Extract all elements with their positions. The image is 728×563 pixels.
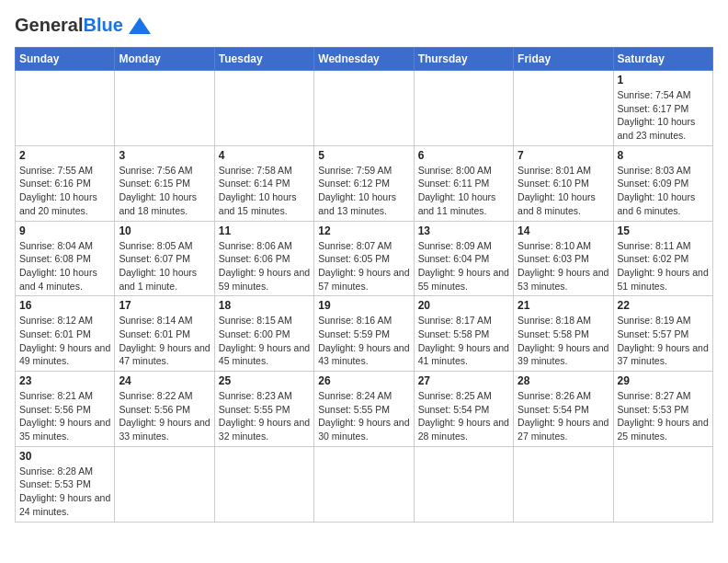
weekday-header-thursday: Thursday: [414, 48, 513, 71]
day-number: 29: [618, 374, 709, 387]
calendar-cell: [115, 71, 214, 146]
calendar-cell: 6Sunrise: 8:00 AM Sunset: 6:11 PM Daylig…: [414, 145, 513, 221]
day-info: Sunrise: 8:09 AM Sunset: 6:04 PM Dayligh…: [418, 239, 509, 293]
calendar-cell: [314, 71, 414, 146]
calendar-cell: [314, 446, 414, 522]
day-info: Sunrise: 8:12 AM Sunset: 6:01 PM Dayligh…: [19, 314, 110, 368]
day-info: Sunrise: 8:23 AM Sunset: 5:55 PM Dayligh…: [219, 389, 310, 443]
calendar-cell: 14Sunrise: 8:10 AM Sunset: 6:03 PM Dayli…: [514, 221, 613, 296]
logo-text: GeneralBlue: [15, 15, 123, 36]
day-info: Sunrise: 8:07 AM Sunset: 6:05 PM Dayligh…: [318, 239, 409, 293]
day-info: Sunrise: 8:18 AM Sunset: 5:58 PM Dayligh…: [518, 314, 609, 368]
calendar-cell: 10Sunrise: 8:05 AM Sunset: 6:07 PM Dayli…: [115, 221, 214, 296]
day-info: Sunrise: 8:25 AM Sunset: 5:54 PM Dayligh…: [418, 389, 509, 443]
day-number: 19: [318, 299, 409, 312]
calendar-cell: 7Sunrise: 8:01 AM Sunset: 6:10 PM Daylig…: [514, 145, 613, 221]
calendar-cell: 20Sunrise: 8:17 AM Sunset: 5:58 PM Dayli…: [414, 296, 513, 372]
day-number: 15: [618, 224, 709, 237]
calendar-cell: [514, 71, 613, 146]
day-info: Sunrise: 8:15 AM Sunset: 6:00 PM Dayligh…: [219, 314, 310, 368]
calendar-cell: 13Sunrise: 8:09 AM Sunset: 6:04 PM Dayli…: [414, 221, 513, 296]
calendar-cell: [613, 446, 712, 522]
day-info: Sunrise: 8:24 AM Sunset: 5:55 PM Dayligh…: [318, 389, 409, 443]
day-number: 6: [418, 149, 509, 162]
day-number: 10: [119, 224, 210, 237]
calendar-cell: 29Sunrise: 8:27 AM Sunset: 5:53 PM Dayli…: [613, 372, 712, 447]
calendar-week-row: 9Sunrise: 8:04 AM Sunset: 6:08 PM Daylig…: [16, 221, 713, 296]
day-number: 28: [518, 374, 609, 387]
calendar-cell: 2Sunrise: 7:55 AM Sunset: 6:16 PM Daylig…: [16, 145, 115, 221]
day-info: Sunrise: 8:19 AM Sunset: 5:57 PM Dayligh…: [618, 314, 709, 368]
day-info: Sunrise: 7:59 AM Sunset: 6:12 PM Dayligh…: [318, 164, 409, 218]
day-number: 26: [318, 374, 409, 387]
calendar-cell: 25Sunrise: 8:23 AM Sunset: 5:55 PM Dayli…: [214, 372, 313, 447]
day-info: Sunrise: 8:05 AM Sunset: 6:07 PM Dayligh…: [119, 239, 210, 293]
calendar-cell: 17Sunrise: 8:14 AM Sunset: 6:01 PM Dayli…: [115, 296, 214, 372]
day-info: Sunrise: 7:55 AM Sunset: 6:16 PM Dayligh…: [19, 164, 110, 218]
weekday-header-monday: Monday: [115, 48, 214, 71]
day-number: 23: [19, 374, 110, 387]
svg-marker-0: [129, 17, 151, 34]
calendar-cell: 1Sunrise: 7:54 AM Sunset: 6:17 PM Daylig…: [613, 71, 712, 146]
day-number: 12: [318, 224, 409, 237]
weekday-header-saturday: Saturday: [613, 48, 712, 71]
calendar-week-row: 16Sunrise: 8:12 AM Sunset: 6:01 PM Dayli…: [16, 296, 713, 372]
day-number: 9: [19, 224, 110, 237]
day-info: Sunrise: 8:16 AM Sunset: 5:59 PM Dayligh…: [318, 314, 409, 368]
day-info: Sunrise: 8:11 AM Sunset: 6:02 PM Dayligh…: [618, 239, 709, 293]
day-number: 21: [518, 299, 609, 312]
calendar-cell: 15Sunrise: 8:11 AM Sunset: 6:02 PM Dayli…: [613, 221, 712, 296]
calendar-cell: 28Sunrise: 8:26 AM Sunset: 5:54 PM Dayli…: [514, 372, 613, 447]
calendar-cell: [115, 446, 214, 522]
day-info: Sunrise: 8:00 AM Sunset: 6:11 PM Dayligh…: [418, 164, 509, 218]
calendar-cell: 19Sunrise: 8:16 AM Sunset: 5:59 PM Dayli…: [314, 296, 414, 372]
calendar-cell: 8Sunrise: 8:03 AM Sunset: 6:09 PM Daylig…: [613, 145, 712, 221]
day-info: Sunrise: 8:27 AM Sunset: 5:53 PM Dayligh…: [618, 389, 709, 443]
logo-area: GeneralBlue: [15, 15, 153, 36]
day-number: 8: [618, 149, 709, 162]
day-number: 3: [119, 149, 210, 162]
calendar-cell: 18Sunrise: 8:15 AM Sunset: 6:00 PM Dayli…: [214, 296, 313, 372]
calendar-cell: 4Sunrise: 7:58 AM Sunset: 6:14 PM Daylig…: [214, 145, 313, 221]
day-number: 18: [219, 299, 310, 312]
day-info: Sunrise: 8:26 AM Sunset: 5:54 PM Dayligh…: [518, 389, 609, 443]
page-header: GeneralBlue: [15, 15, 713, 36]
weekday-header-row: SundayMondayTuesdayWednesdayThursdayFrid…: [16, 48, 713, 71]
weekday-header-wednesday: Wednesday: [314, 48, 414, 71]
day-info: Sunrise: 8:28 AM Sunset: 5:53 PM Dayligh…: [19, 465, 110, 519]
day-number: 14: [518, 224, 609, 237]
day-number: 4: [219, 149, 310, 162]
day-number: 1: [618, 74, 709, 86]
calendar-cell: 23Sunrise: 8:21 AM Sunset: 5:56 PM Dayli…: [16, 372, 115, 447]
day-info: Sunrise: 8:03 AM Sunset: 6:09 PM Dayligh…: [618, 164, 709, 218]
day-info: Sunrise: 8:10 AM Sunset: 6:03 PM Dayligh…: [518, 239, 609, 293]
day-number: 20: [418, 299, 509, 312]
calendar-cell: [414, 446, 513, 522]
day-number: 30: [19, 450, 110, 463]
calendar-cell: 21Sunrise: 8:18 AM Sunset: 5:58 PM Dayli…: [514, 296, 613, 372]
calendar-cell: [414, 71, 513, 146]
calendar-cell: 22Sunrise: 8:19 AM Sunset: 5:57 PM Dayli…: [613, 296, 712, 372]
calendar-week-row: 1Sunrise: 7:54 AM Sunset: 6:17 PM Daylig…: [16, 71, 713, 146]
calendar-cell: 12Sunrise: 8:07 AM Sunset: 6:05 PM Dayli…: [314, 221, 414, 296]
logo-icon: [127, 16, 153, 36]
calendar-cell: 3Sunrise: 7:56 AM Sunset: 6:15 PM Daylig…: [115, 145, 214, 221]
day-number: 25: [219, 374, 310, 387]
calendar-week-row: 23Sunrise: 8:21 AM Sunset: 5:56 PM Dayli…: [16, 372, 713, 447]
day-number: 27: [418, 374, 509, 387]
day-number: 11: [219, 224, 310, 237]
day-info: Sunrise: 8:17 AM Sunset: 5:58 PM Dayligh…: [418, 314, 509, 368]
day-number: 7: [518, 149, 609, 162]
day-info: Sunrise: 7:54 AM Sunset: 6:17 PM Dayligh…: [618, 88, 709, 143]
weekday-header-tuesday: Tuesday: [214, 48, 313, 71]
calendar-cell: [16, 71, 115, 146]
calendar-cell: 24Sunrise: 8:22 AM Sunset: 5:56 PM Dayli…: [115, 372, 214, 447]
day-info: Sunrise: 8:04 AM Sunset: 6:08 PM Dayligh…: [19, 239, 110, 293]
day-info: Sunrise: 8:21 AM Sunset: 5:56 PM Dayligh…: [19, 389, 110, 443]
calendar-cell: [214, 71, 313, 146]
day-info: Sunrise: 7:56 AM Sunset: 6:15 PM Dayligh…: [119, 164, 210, 218]
calendar-week-row: 30Sunrise: 8:28 AM Sunset: 5:53 PM Dayli…: [16, 446, 713, 522]
calendar-week-row: 2Sunrise: 7:55 AM Sunset: 6:16 PM Daylig…: [16, 145, 713, 221]
day-number: 2: [19, 149, 110, 162]
day-info: Sunrise: 7:58 AM Sunset: 6:14 PM Dayligh…: [219, 164, 310, 218]
